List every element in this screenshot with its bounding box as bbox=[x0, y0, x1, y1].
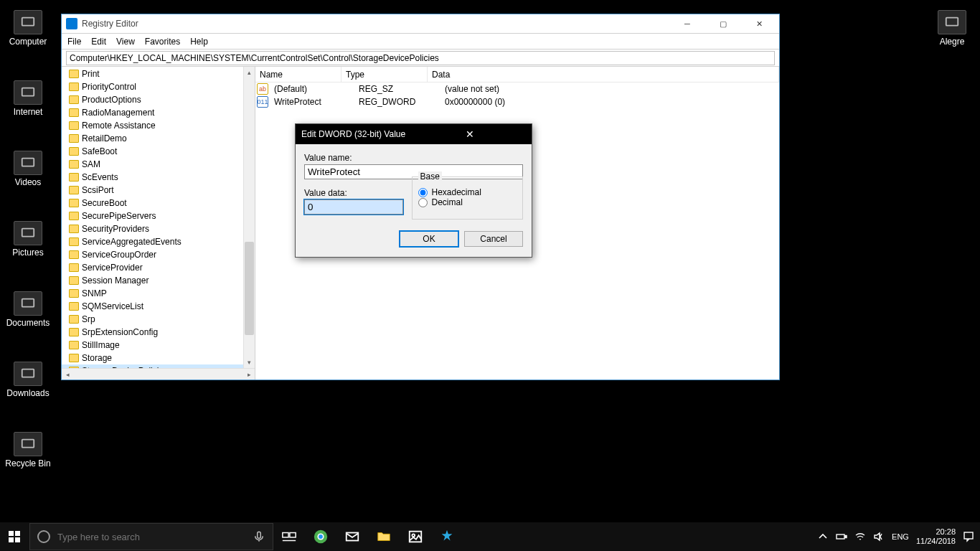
tree-node[interactable]: StorageDevicePolicies bbox=[62, 364, 243, 368]
radio-dec-input[interactable] bbox=[418, 198, 428, 207]
desktop-icon-documents[interactable]: Documents bbox=[1, 291, 55, 337]
cancel-button[interactable]: Cancel bbox=[464, 231, 523, 247]
menu-edit[interactable]: Edit bbox=[91, 37, 106, 47]
tree-node-label: RetailDemo bbox=[82, 133, 127, 143]
tray-wifi-icon[interactable] bbox=[854, 531, 866, 542]
tree-node[interactable]: Remote Assistance bbox=[62, 119, 243, 132]
desktop-icon-videos[interactable]: Videos bbox=[1, 151, 55, 197]
scroll-up-button[interactable]: ▴ bbox=[244, 67, 255, 78]
tree-node-label: ServiceProvider bbox=[82, 263, 143, 273]
desktop-icon-computer[interactable]: Computer bbox=[1, 10, 55, 56]
radio-decimal[interactable]: Decimal bbox=[418, 197, 517, 207]
tree-node[interactable]: PriorityControl bbox=[62, 80, 243, 93]
menu-file[interactable]: File bbox=[67, 37, 81, 47]
desktop-icon-recycle-bin[interactable]: Recycle Bin bbox=[1, 432, 55, 478]
tree-hscrollbar[interactable]: ◂ ▸ bbox=[62, 368, 255, 380]
tray-volume-icon[interactable] bbox=[873, 531, 885, 542]
dialog-title-bar[interactable]: Edit DWORD (32-bit) Value ✕ bbox=[296, 124, 532, 144]
value-name: WriteProtect bbox=[271, 97, 356, 107]
taskbar-app[interactable] bbox=[431, 522, 463, 551]
dialog-close-button[interactable]: ✕ bbox=[414, 128, 527, 140]
tree-node[interactable]: RadioManagement bbox=[62, 106, 243, 119]
start-button[interactable] bbox=[0, 522, 29, 551]
col-data[interactable]: Data bbox=[428, 67, 779, 83]
svg-rect-13 bbox=[283, 533, 288, 537]
desktop-icon-label: Pictures bbox=[12, 248, 43, 258]
tree-node[interactable]: ScsiPort bbox=[62, 184, 243, 197]
tray-battery-icon[interactable] bbox=[836, 531, 847, 542]
menu-help[interactable]: Help bbox=[190, 37, 208, 47]
scroll-left-button[interactable]: ◂ bbox=[62, 369, 73, 380]
search-input[interactable] bbox=[57, 532, 245, 542]
search-box[interactable] bbox=[29, 523, 273, 550]
close-button[interactable]: ✕ bbox=[743, 14, 775, 34]
title-bar[interactable]: Registry Editor ─ ▢ ✕ bbox=[62, 14, 779, 34]
tree-node[interactable]: ProductOptions bbox=[62, 93, 243, 106]
desktop-icon-pictures[interactable]: Pictures bbox=[1, 221, 55, 267]
tree-node[interactable]: ServiceGroupOrder bbox=[62, 248, 243, 261]
tree-node[interactable]: Print bbox=[62, 67, 243, 80]
tree-node-label: SecureBoot bbox=[82, 198, 127, 208]
desktop-icon-image bbox=[14, 80, 42, 105]
ok-button[interactable]: OK bbox=[400, 231, 458, 247]
maximize-button[interactable]: ▢ bbox=[707, 14, 739, 34]
svg-rect-14 bbox=[290, 533, 296, 537]
value-row[interactable]: 011WriteProtectREG_DWORD0x00000000 (0) bbox=[255, 95, 779, 108]
desktop-icon-alegre[interactable]: Alegre bbox=[925, 10, 979, 56]
value-type-icon: 011 bbox=[257, 96, 268, 108]
tray-clock[interactable]: 20:28 11/24/2018 bbox=[916, 527, 956, 546]
scroll-right-button[interactable]: ▸ bbox=[243, 369, 255, 380]
tray-lang[interactable]: ENG bbox=[892, 532, 909, 541]
tree-view[interactable]: PrintPriorityControlProductOptionsRadioM… bbox=[62, 67, 243, 368]
col-type[interactable]: Type bbox=[341, 67, 428, 83]
tree-node[interactable]: StillImage bbox=[62, 339, 243, 352]
tree-node[interactable]: ScEvents bbox=[62, 171, 243, 184]
taskbar-file-explorer[interactable] bbox=[368, 522, 400, 551]
menu-favorites[interactable]: Favorites bbox=[145, 37, 180, 47]
address-input[interactable] bbox=[66, 51, 775, 65]
tree-node[interactable]: RetailDemo bbox=[62, 132, 243, 145]
value-data-label: Value data: bbox=[304, 188, 403, 198]
taskbar-photos[interactable] bbox=[400, 522, 431, 551]
tray-chevron-up-icon[interactable] bbox=[817, 531, 829, 542]
tree-node[interactable]: SecurePipeServers bbox=[62, 209, 243, 222]
tree-node-label: Storage bbox=[82, 353, 112, 363]
window-title: Registry Editor bbox=[82, 19, 667, 29]
value-row[interactable]: ab(Default)REG_SZ(value not set) bbox=[255, 83, 779, 95]
radio-hexadecimal[interactable]: Hexadecimal bbox=[418, 187, 517, 197]
scroll-down-button[interactable]: ▾ bbox=[244, 357, 255, 368]
taskbar-mail[interactable] bbox=[336, 522, 368, 551]
value-data-input[interactable] bbox=[304, 199, 403, 215]
tree-node[interactable]: Storage bbox=[62, 352, 243, 364]
tray-action-center-icon[interactable] bbox=[963, 531, 974, 542]
taskbar-chrome[interactable] bbox=[305, 522, 336, 551]
minimize-button[interactable]: ─ bbox=[672, 14, 703, 34]
mic-icon[interactable] bbox=[253, 530, 265, 543]
folder-icon bbox=[69, 263, 79, 272]
col-name[interactable]: Name bbox=[255, 67, 341, 83]
folder-icon bbox=[69, 173, 79, 182]
tree-node[interactable]: SNMP bbox=[62, 287, 243, 300]
menu-view[interactable]: View bbox=[116, 37, 135, 47]
desktop-icon-image bbox=[14, 362, 42, 386]
tree-node[interactable]: SecureBoot bbox=[62, 197, 243, 209]
desktop-icon-label: Videos bbox=[15, 177, 41, 187]
tree-vscrollbar[interactable]: ▴ ▾ bbox=[243, 67, 255, 368]
tree-node[interactable]: SafeBoot bbox=[62, 145, 243, 158]
radio-hex-input[interactable] bbox=[418, 188, 428, 197]
tree-node[interactable]: Srp bbox=[62, 313, 243, 326]
folder-icon bbox=[69, 199, 79, 207]
tree-node[interactable]: ServiceProvider bbox=[62, 261, 243, 274]
task-view-button[interactable] bbox=[273, 522, 305, 551]
svg-rect-1 bbox=[22, 88, 34, 96]
tree-node[interactable]: SecurityProviders bbox=[62, 222, 243, 235]
desktop-icon-downloads[interactable]: Downloads bbox=[1, 362, 55, 408]
tree-node-label: SNMP bbox=[82, 288, 107, 298]
desktop-icon-internet[interactable]: Internet bbox=[1, 80, 55, 126]
tree-node[interactable]: SrpExtensionConfig bbox=[62, 326, 243, 339]
scroll-thumb[interactable] bbox=[245, 242, 254, 335]
tree-node[interactable]: SAM bbox=[62, 158, 243, 171]
tree-node[interactable]: ServiceAggregatedEvents bbox=[62, 235, 243, 248]
tree-node[interactable]: Session Manager bbox=[62, 274, 243, 287]
tree-node[interactable]: SQMServiceList bbox=[62, 300, 243, 313]
